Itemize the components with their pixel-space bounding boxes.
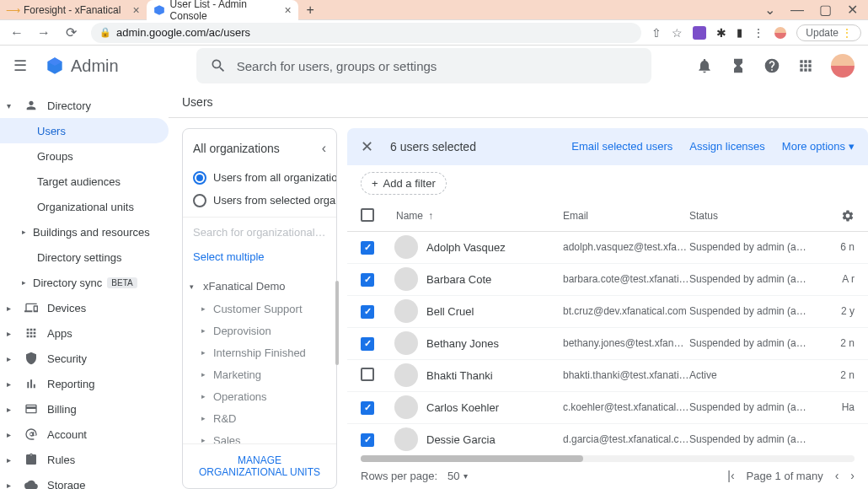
chevron-down-icon[interactable]: ⌄ [764, 2, 775, 18]
sidebar-item-directory-sync[interactable]: ▸Directory syncBETA [0, 270, 169, 295]
table-row[interactable]: Barbara Cotebarbara.cote@test.xfanatic…S… [347, 264, 868, 296]
user-name: Bethany Jones [426, 337, 499, 350]
org-unit[interactable]: ▸Customer Support [183, 298, 336, 320]
select-all-checkbox[interactable] [361, 208, 374, 222]
sidebar-item-groups[interactable]: Groups [0, 143, 169, 169]
sidebar-section-rules[interactable]: ▸Rules [0, 447, 169, 472]
row-checkbox[interactable] [361, 337, 374, 351]
sidebar-label: Apps [47, 327, 72, 340]
sidebar-section-storage[interactable]: ▸Storage [0, 472, 169, 489]
radio-selected-orgs[interactable]: Users from selected organiza [183, 189, 336, 212]
row-checkbox[interactable] [361, 433, 374, 447]
row-checkbox[interactable] [361, 273, 374, 287]
org-search-input[interactable]: Search for organizational… [183, 217, 336, 247]
url-input[interactable]: 🔒 admin.google.com/ac/users [91, 23, 641, 43]
browser-tab[interactable]: ⟶ Foresight - xFanatical × [0, 0, 147, 20]
radio-all-orgs[interactable]: Users from all organizational [183, 166, 336, 189]
row-checkbox[interactable] [361, 305, 374, 319]
collapse-icon[interactable]: ▾ [190, 282, 198, 291]
sidebar-section-reporting[interactable]: ▸Reporting [0, 371, 169, 396]
table-row[interactable]: Carlos Koehlerc.koehler@test.xfanatical.… [347, 392, 868, 424]
org-unit[interactable]: ▸R&D [183, 407, 336, 429]
next-page-button[interactable]: › [850, 469, 855, 482]
table-row[interactable]: Dessie Garciad.garcia@test.xfanatical.co… [347, 424, 868, 454]
chevron-left-icon[interactable]: ‹ [322, 141, 326, 156]
more-options-menu[interactable]: More options ▾ [782, 140, 855, 153]
sidebar-label: Rules [47, 454, 75, 466]
hourglass-icon[interactable] [730, 57, 747, 74]
back-button[interactable]: ← [7, 23, 27, 43]
browser-tab-active[interactable]: User List - Admin Console × [147, 0, 298, 20]
avatar [394, 267, 418, 291]
sidebar-item-buildings-and-resources[interactable]: ▸Buildings and resources [0, 219, 169, 244]
org-root[interactable]: ▾ xFanatical Demo [183, 275, 336, 298]
user-avatar[interactable] [831, 54, 855, 78]
rows-per-page-value[interactable]: 50 [447, 470, 459, 482]
maximize-icon[interactable]: ▢ [819, 2, 832, 18]
star-icon[interactable]: ☆ [672, 26, 683, 40]
prev-page-button[interactable]: ‹ [835, 469, 839, 482]
close-selection-icon[interactable]: ✕ [361, 137, 373, 156]
email-selected-link[interactable]: Email selected users [571, 140, 672, 153]
org-unit[interactable]: ▸Sales [183, 429, 336, 443]
bell-icon[interactable] [696, 57, 713, 74]
sidebar-section-apps[interactable]: ▸Apps [0, 320, 169, 346]
table-row[interactable]: Bethany Jonesbethany.jones@test.xfanati…… [347, 328, 868, 360]
help-icon[interactable] [764, 57, 780, 74]
org-unit[interactable]: ▸Operations [183, 385, 336, 407]
sidebar-section-security[interactable]: ▸Security [0, 346, 169, 371]
new-tab-button[interactable]: + [298, 3, 323, 18]
puzzle-icon[interactable]: ✱ [716, 26, 726, 40]
gear-icon[interactable] [841, 209, 855, 223]
admin-logo[interactable]: Admin [44, 55, 119, 77]
table-row[interactable]: Bhakti Thankibhakti.thanki@test.xfanatic… [347, 360, 868, 392]
sidebar-section-directory[interactable]: ▾ Directory [0, 93, 169, 118]
org-unit[interactable]: ▸Deprovision [183, 320, 336, 341]
close-window-icon[interactable]: ✕ [847, 2, 858, 18]
bookmark-icon[interactable]: ▮ [737, 26, 742, 39]
minimize-icon[interactable]: — [790, 3, 804, 18]
table-row[interactable]: Adolph Vasquezadolph.vasquez@test.xfana…… [347, 232, 868, 264]
row-checkbox[interactable] [361, 241, 374, 255]
org-unit[interactable]: ▸Internship Finished [183, 341, 336, 363]
row-checkbox[interactable] [361, 368, 374, 381]
profile-icon[interactable] [774, 27, 786, 39]
menu-icon[interactable]: ⋮ [753, 26, 764, 40]
sidebar-label: Account [47, 428, 87, 441]
col-name-label[interactable]: Name [396, 210, 423, 222]
assign-licenses-link[interactable]: Assign licenses [689, 140, 765, 153]
manage-org-units-link[interactable]: MANAGE ORGANIZATIONAL UNITS [183, 443, 336, 488]
add-filter-button[interactable]: + Add a filter [361, 172, 447, 195]
chevron-right-icon: ▸ [201, 392, 213, 400]
close-icon[interactable]: × [284, 3, 291, 17]
sidebar-section-account[interactable]: ▸Account [0, 422, 169, 447]
search-input[interactable]: Search for users, groups or settings [196, 48, 651, 83]
sidebar-item-users[interactable]: Users [0, 118, 169, 143]
apps-grid-icon[interactable] [797, 57, 814, 74]
col-email-label[interactable]: Email [563, 210, 588, 222]
extension-icon[interactable] [693, 26, 706, 40]
chevron-down-icon[interactable]: ▾ [463, 471, 468, 481]
sidebar-item-organizational-units[interactable]: Organizational units [0, 194, 169, 219]
hamburger-icon[interactable]: ☰ [13, 56, 34, 75]
sidebar-section-billing[interactable]: ▸Billing [0, 396, 169, 422]
select-multiple-link[interactable]: Select multiple [183, 247, 336, 271]
share-icon[interactable]: ⇧ [651, 26, 662, 40]
chevron-down-icon: ▾ [849, 140, 855, 153]
sidebar-section-devices[interactable]: ▸Devices [0, 295, 169, 320]
sort-asc-icon[interactable]: ↑ [428, 210, 433, 222]
col-status-label[interactable]: Status [689, 210, 718, 222]
first-page-button[interactable]: |‹ [727, 469, 734, 482]
update-button[interactable]: Update ⋮ [796, 24, 861, 41]
org-unit[interactable]: ▸Marketing [183, 363, 336, 385]
user-name: Adolph Vasquez [426, 241, 506, 254]
reload-button[interactable]: ⟳ [61, 23, 81, 43]
row-checkbox[interactable] [361, 401, 374, 415]
sidebar-item-directory-settings[interactable]: Directory settings [0, 244, 169, 270]
scrollbar[interactable] [335, 281, 339, 365]
forward-button[interactable]: → [34, 23, 54, 43]
sidebar-item-target-audiences[interactable]: Target audiences [0, 169, 169, 194]
table-row[interactable]: Bell Cruelbt.cruz@dev.xfanatical.comSusp… [347, 296, 868, 328]
horizontal-scrollbar[interactable] [361, 455, 855, 462]
close-icon[interactable]: × [132, 3, 139, 17]
